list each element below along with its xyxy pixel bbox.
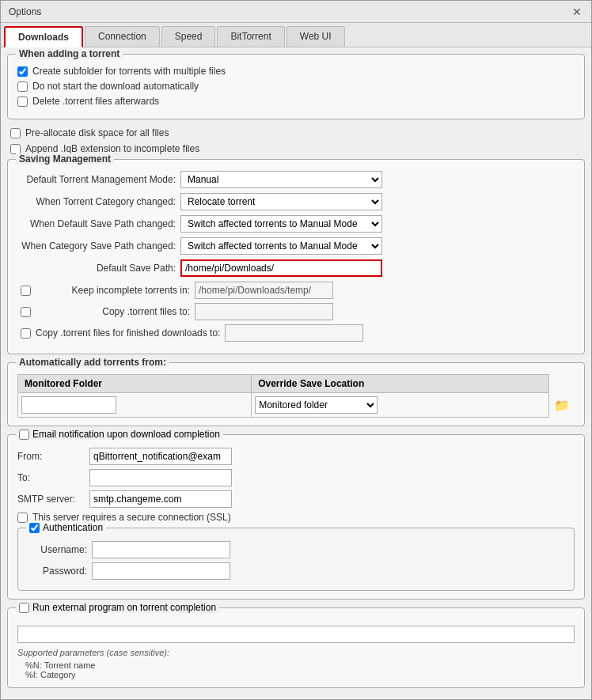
tab-bittorrent[interactable]: BitTorrent <box>217 26 284 47</box>
username-row: Username: <box>28 541 564 558</box>
pre-allocate-checkbox[interactable] <box>10 128 21 138</box>
title-bar: Options ✕ <box>1 1 591 23</box>
auth-legend-label: Authentication <box>43 522 103 533</box>
default-save-changed-select[interactable]: Switch affected torrents to Manual Mode … <box>180 215 382 233</box>
email-to-row: To: <box>17 469 575 486</box>
copy-torrent-label: Copy .torrent files to: <box>36 306 190 317</box>
keep-incomplete-row: Keep incomplete torrents in: <box>17 282 575 299</box>
default-save-path-input[interactable] <box>180 259 382 277</box>
create-subfolder-label: Create subfolder for torrents with multi… <box>32 66 226 77</box>
category-changed-select[interactable]: Relocate torrent Switch affected torrent… <box>180 193 382 210</box>
no-autostart-label: Do not start the download automatically <box>32 81 199 92</box>
default-save-changed-row: When Default Save Path changed: Switch a… <box>17 215 575 233</box>
auto-add-section: Automatically add torrents from: Monitor… <box>7 362 585 426</box>
ssl-checkbox[interactable] <box>17 513 28 523</box>
external-program-section: Run external program on torrent completi… <box>7 607 585 688</box>
append-iqb-checkbox[interactable] <box>10 144 21 154</box>
monitored-table: Monitored Folder Override Save Location <box>17 374 575 418</box>
category-save-changed-row: When Category Save Path changed: Switch … <box>17 237 575 255</box>
default-save-path-row: Default Save Path: <box>17 259 575 277</box>
copy-finished-label: Copy .torrent files for finished downloa… <box>36 327 220 339</box>
saving-management-legend: Saving Management <box>16 153 114 165</box>
smtp-row: SMTP server: <box>17 490 575 508</box>
override-location-select[interactable]: Monitored folder Custom location <box>255 396 378 414</box>
override-location-cell: Monitored folder Custom location <box>252 393 548 418</box>
delete-torrent-checkbox[interactable] <box>17 96 28 107</box>
category-save-changed-select[interactable]: Switch affected torrents to Manual Mode … <box>180 237 382 255</box>
ext-program-input[interactable] <box>17 626 575 643</box>
email-enable-checkbox[interactable] <box>19 429 29 440</box>
smtp-label: SMTP server: <box>17 494 85 505</box>
username-label: Username: <box>28 544 87 555</box>
delete-torrent-label: Delete .torrent files afterwards <box>32 96 159 107</box>
folder-btn-cell: 📁 <box>548 393 575 418</box>
category-changed-label: When Torrent Category changed: <box>17 196 176 207</box>
tab-connection[interactable]: Connection <box>85 26 160 47</box>
when-adding-section: When adding a torrent Create subfolder f… <box>7 54 585 119</box>
ext-program-legend: Run external program on torrent completi… <box>16 602 219 613</box>
password-label: Password: <box>28 566 87 577</box>
create-subfolder-checkbox[interactable] <box>17 66 28 77</box>
monitored-folder-input[interactable] <box>21 396 116 414</box>
pre-allocate-row: Pre-allocate disk space for all files <box>7 127 585 138</box>
browse-folder-button[interactable]: 📁 <box>552 398 571 413</box>
pre-allocate-label: Pre-allocate disk space for all files <box>25 127 169 138</box>
ssl-row: This server requires a secure connection… <box>17 512 575 523</box>
tab-bar: Downloads Connection Speed BitTorrent We… <box>1 23 591 47</box>
email-to-input[interactable] <box>89 469 232 486</box>
default-mode-label: Default Torrent Management Mode: <box>17 174 176 185</box>
copy-finished-row: Copy .torrent files for finished downloa… <box>17 324 575 342</box>
override-location-header: Override Save Location <box>252 375 548 393</box>
default-save-path-label: Default Save Path: <box>17 263 176 274</box>
tab-webui[interactable]: Web UI <box>287 26 345 47</box>
window-title: Options <box>9 6 41 17</box>
username-input[interactable] <box>92 541 230 558</box>
tab-downloads[interactable]: Downloads <box>4 26 83 47</box>
param-n: %N: Torrent name <box>17 660 575 670</box>
append-iqb-label: Append .IqB extension to incomplete file… <box>25 143 199 154</box>
email-to-label: To: <box>17 472 85 483</box>
options-window: Options ✕ Downloads Connection Speed Bit… <box>0 0 592 700</box>
category-save-changed-label: When Category Save Path changed: <box>17 240 176 252</box>
monitored-row: Monitored folder Custom location 📁 <box>18 393 575 418</box>
monitored-folder-cell <box>18 393 252 418</box>
password-input[interactable] <box>92 562 230 580</box>
auth-enable-checkbox[interactable] <box>29 523 40 533</box>
params-label: Supported parameters (case sensitive): <box>17 648 575 657</box>
copy-torrent-input[interactable] <box>195 303 333 320</box>
delete-torrent-row: Delete .torrent files afterwards <box>17 96 575 107</box>
ext-program-label: Run external program on torrent completi… <box>32 602 216 613</box>
email-from-input[interactable] <box>89 448 232 465</box>
smtp-input[interactable] <box>89 490 232 508</box>
default-mode-select[interactable]: Manual Automatic <box>180 171 382 188</box>
ext-program-checkbox[interactable] <box>19 603 29 613</box>
no-autostart-checkbox[interactable] <box>17 81 28 92</box>
default-save-changed-label: When Default Save Path changed: <box>17 218 176 229</box>
monitored-folder-header: Monitored Folder <box>18 375 252 393</box>
copy-torrent-checkbox[interactable] <box>21 307 31 317</box>
param-i: %I: Category <box>17 670 575 679</box>
no-autostart-row: Do not start the download automatically <box>17 81 575 92</box>
copy-torrent-row: Copy .torrent files to: <box>17 303 575 320</box>
copy-finished-input[interactable] <box>225 324 363 342</box>
default-mode-row: Default Torrent Management Mode: Manual … <box>17 171 575 188</box>
category-changed-row: When Torrent Category changed: Relocate … <box>17 193 575 210</box>
keep-incomplete-input[interactable] <box>195 282 333 299</box>
auth-section: Authentication Username: Password: <box>17 528 575 591</box>
saving-management-section: Saving Management Default Torrent Manage… <box>7 159 585 354</box>
keep-incomplete-checkbox[interactable] <box>21 286 31 296</box>
auto-add-legend: Automatically add torrents from: <box>16 357 169 368</box>
close-button[interactable]: ✕ <box>571 6 583 18</box>
password-row: Password: <box>28 562 564 580</box>
tab-speed[interactable]: Speed <box>161 26 216 47</box>
email-from-label: From: <box>17 451 85 462</box>
email-legend: Email notification upon download complet… <box>16 429 223 440</box>
create-subfolder-row: Create subfolder for torrents with multi… <box>17 66 575 77</box>
when-adding-legend: When adding a torrent <box>16 48 123 59</box>
email-from-row: From: <box>17 448 575 465</box>
copy-finished-checkbox[interactable] <box>21 328 31 339</box>
append-iqb-row: Append .IqB extension to incomplete file… <box>7 143 585 154</box>
auth-legend: Authentication <box>26 522 106 533</box>
email-legend-label: Email notification upon download complet… <box>32 429 220 440</box>
content-area: When adding a torrent Create subfolder f… <box>1 47 591 699</box>
